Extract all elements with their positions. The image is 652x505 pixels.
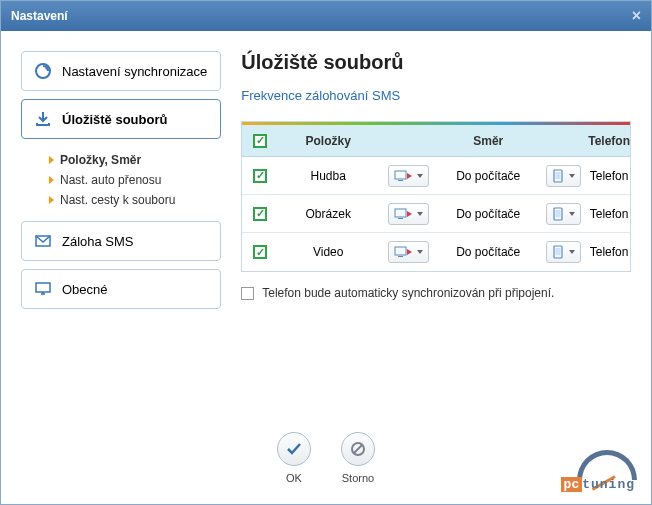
table-row: ✓ Video Do počítače <box>242 233 630 271</box>
phone-icon <box>552 245 564 259</box>
svg-line-20 <box>354 445 362 453</box>
sidebar-sub-file-path[interactable]: Nast. cesty k souboru <box>49 193 221 207</box>
sidebar-sub-items-dir[interactable]: Položky, Směr <box>49 153 221 167</box>
sidebar-item-sync[interactable]: Nastavení synchronizace <box>21 51 221 91</box>
sidebar-sub-label: Položky, Směr <box>60 153 141 167</box>
direction-dropdown[interactable] <box>388 203 429 225</box>
cell-phone: Telefon <box>588 169 630 183</box>
sidebar-subitems: Položky, Směr Nast. auto přenosu Nast. c… <box>21 147 221 213</box>
sidebar-item-general[interactable]: Obecné <box>21 269 221 309</box>
arrow-icon <box>49 156 54 164</box>
auto-sync-label: Telefon bude automaticky synchronizován … <box>262 286 554 300</box>
sidebar: Nastavení synchronizace Úložiště souborů… <box>21 51 221 408</box>
cell-item: Video <box>278 245 378 259</box>
row-checkbox[interactable]: ✓ <box>253 245 267 259</box>
ok-label: OK <box>286 472 302 484</box>
caret-icon <box>417 212 423 216</box>
select-all-checkbox[interactable]: ✓ <box>253 134 267 148</box>
svg-rect-13 <box>555 210 560 217</box>
ok-button[interactable]: OK <box>277 432 311 484</box>
svg-rect-14 <box>395 247 406 255</box>
sidebar-item-storage[interactable]: Úložiště souborů <box>21 99 221 139</box>
cell-phone: Telefon <box>588 245 630 259</box>
svg-marker-11 <box>407 211 412 217</box>
auto-sync-checkbox[interactable] <box>241 287 254 300</box>
close-icon[interactable]: × <box>632 7 641 25</box>
header-items: Položky <box>278 134 378 148</box>
sidebar-sub-label: Nast. cesty k souboru <box>60 193 175 207</box>
window-body: Nastavení synchronizace Úložiště souborů… <box>1 31 651 418</box>
sidebar-item-sms[interactable]: Záloha SMS <box>21 221 221 261</box>
check-circle-icon <box>277 432 311 466</box>
cell-phone: Telefon <box>588 207 630 221</box>
header-direction: Směr <box>438 134 538 148</box>
envelope-icon <box>34 232 52 250</box>
svg-rect-3 <box>36 283 50 292</box>
cancel-circle-icon <box>341 432 375 466</box>
arrow-icon <box>49 196 54 204</box>
content-pane: Úložiště souborů Frekvence zálohování SM… <box>241 51 631 408</box>
svg-rect-18 <box>555 248 560 255</box>
phone-icon <box>552 169 564 183</box>
sidebar-sub-label: Nast. auto přenosu <box>60 173 161 187</box>
svg-marker-6 <box>407 173 412 179</box>
caret-icon <box>569 250 575 254</box>
page-title: Úložiště souborů <box>241 51 631 74</box>
direction-dropdown[interactable] <box>388 165 429 187</box>
row-checkbox[interactable]: ✓ <box>253 169 267 183</box>
svg-rect-4 <box>395 171 406 179</box>
caret-icon <box>569 174 575 178</box>
phone-dropdown[interactable] <box>546 241 581 263</box>
to-pc-icon <box>394 207 412 221</box>
svg-rect-10 <box>398 218 403 219</box>
auto-sync-row: Telefon bude automaticky synchronizován … <box>241 286 631 300</box>
table-row: ✓ Hudba Do počítače <box>242 157 630 195</box>
table-header: ✓ Položky Směr Telefon <box>242 125 630 157</box>
sync-icon <box>34 62 52 80</box>
caret-icon <box>417 174 423 178</box>
cell-direction: Do počítače <box>438 207 538 221</box>
header-checkbox-cell: ✓ <box>242 133 278 148</box>
row-checkbox[interactable]: ✓ <box>253 207 267 221</box>
svg-rect-15 <box>398 256 403 257</box>
sidebar-label-general: Obecné <box>62 282 108 297</box>
svg-rect-5 <box>398 180 403 181</box>
window-title: Nastavení <box>11 9 68 23</box>
cancel-label: Storno <box>342 472 374 484</box>
sidebar-label-storage: Úložiště souborů <box>62 112 167 127</box>
phone-icon <box>552 207 564 221</box>
table-row: ✓ Obrázek Do počítače <box>242 195 630 233</box>
header-phone: Telefon <box>588 134 630 148</box>
svg-marker-16 <box>407 249 412 255</box>
footer: OK Storno <box>1 418 651 504</box>
sync-table: ✓ Položky Směr Telefon ✓ Hudba <box>241 121 631 272</box>
cell-direction: Do počítače <box>438 169 538 183</box>
caret-icon <box>569 212 575 216</box>
cell-direction: Do počítače <box>438 245 538 259</box>
arrow-icon <box>49 176 54 184</box>
cancel-button[interactable]: Storno <box>341 432 375 484</box>
sidebar-sub-auto-transfer[interactable]: Nast. auto přenosu <box>49 173 221 187</box>
to-pc-icon <box>394 169 412 183</box>
phone-dropdown[interactable] <box>546 165 581 187</box>
titlebar: Nastavení × <box>1 1 651 31</box>
settings-window: Nastavení × Nastavení synchronizace Úlož… <box>0 0 652 505</box>
phone-dropdown[interactable] <box>546 203 581 225</box>
caret-icon <box>417 250 423 254</box>
backup-frequency-link[interactable]: Frekvence zálohování SMS <box>241 88 400 103</box>
direction-dropdown[interactable] <box>388 241 429 263</box>
svg-rect-8 <box>555 172 560 179</box>
cell-item: Hudba <box>278 169 378 183</box>
cell-item: Obrázek <box>278 207 378 221</box>
sidebar-label-sync: Nastavení synchronizace <box>62 64 207 79</box>
sidebar-label-sms: Záloha SMS <box>62 234 134 249</box>
download-icon <box>34 110 52 128</box>
to-pc-icon <box>394 245 412 259</box>
svg-rect-9 <box>395 209 406 217</box>
monitor-icon <box>34 280 52 298</box>
